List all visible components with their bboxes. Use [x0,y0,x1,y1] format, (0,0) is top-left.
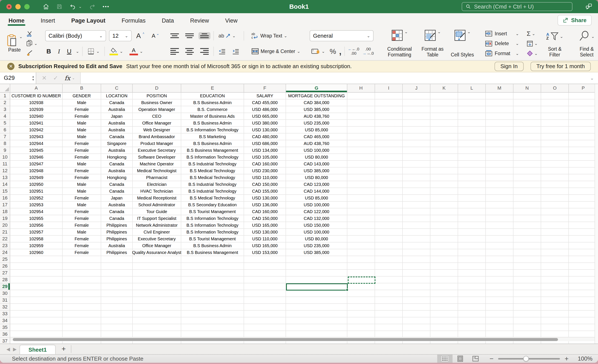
cell-J8[interactable] [403,140,430,147]
cell-H12[interactable] [347,168,375,174]
cell-F5[interactable]: USD 380,000 [244,120,286,127]
cell-B8[interactable]: Female [63,140,101,147]
cell-P9[interactable] [569,147,598,154]
cell-K33[interactable] [430,311,458,317]
cell-M8[interactable] [486,140,514,147]
cell-C9[interactable]: Australia [101,147,133,154]
cell-H30[interactable] [347,290,375,297]
cell-C11[interactable]: Canada [101,161,133,168]
cell-N34[interactable] [514,317,541,324]
cell-G15[interactable]: CAD 144,000 [286,188,347,195]
cell-K12[interactable] [430,168,458,174]
cell-K3[interactable] [430,106,458,113]
cell-J4[interactable] [403,113,430,120]
align-left-button[interactable] [169,47,181,56]
cell-I20[interactable] [375,222,403,229]
cell-M6[interactable] [486,127,514,133]
cell-A33[interactable] [10,311,63,317]
cell-N25[interactable] [514,256,541,263]
cell-F12[interactable]: USD 230,000 [244,168,286,174]
cell-O34[interactable] [541,317,569,324]
cell-M23[interactable] [486,243,514,249]
cell-F9[interactable]: USD 134,000 [244,147,286,154]
cell-L28[interactable] [458,276,486,283]
cell-J6[interactable] [403,127,430,133]
cell-P21[interactable] [569,229,598,236]
cell-E4[interactable]: Master of Business Ads [181,113,244,120]
cell-L17[interactable] [458,202,486,208]
merge-center-button[interactable]: Merge & Center⌄ [249,47,302,56]
cell-I11[interactable] [375,161,403,168]
column-header-H[interactable]: H [347,84,375,93]
underline-chevron-icon[interactable]: ⌄ [76,49,79,54]
row-header-17[interactable]: 17 [0,202,10,208]
cell-O19[interactable] [541,215,569,222]
cell-I2[interactable] [375,99,403,106]
cell-B12[interactable]: Female [63,168,101,174]
cell-C3[interactable]: Australia [101,106,133,113]
cell-B29[interactable] [63,283,101,290]
cell-G4[interactable]: AUD 438,760 [286,113,347,120]
cell-M22[interactable] [486,236,514,243]
row-header-21[interactable]: 21 [0,229,10,236]
cell-A3[interactable]: 102939 [10,106,63,113]
enter-icon[interactable]: ✓ [53,74,58,81]
cell-K27[interactable] [430,270,458,276]
cell-G1[interactable]: MORTGAGE OUTSTANDING [286,93,347,99]
cell-N31[interactable] [514,297,541,304]
cell-H13[interactable] [347,174,375,181]
cell-J25[interactable] [403,256,430,263]
cell-H20[interactable] [347,222,375,229]
cell-A7[interactable]: 102943 [10,133,63,140]
cell-K6[interactable] [430,127,458,133]
copy-button[interactable]: ⌄ [26,39,37,48]
cell-A15[interactable]: 102951 [10,188,63,195]
cell-K21[interactable] [430,229,458,236]
cell-styles-button[interactable]: ⌄ Cell Styles [448,29,477,58]
cell-D28[interactable] [133,276,181,283]
row-header-12[interactable]: 12 [0,168,10,174]
row-header-33[interactable]: 33 [0,311,10,317]
prev-sheet-icon[interactable]: ◀ [6,347,10,352]
cell-J26[interactable] [403,263,430,270]
cell-F28[interactable] [244,276,286,283]
row-header-32[interactable]: 32 [0,304,10,311]
cell-M15[interactable] [486,188,514,195]
zoom-button[interactable] [24,4,30,9]
cell-O29[interactable] [541,283,569,290]
cell-G3[interactable]: USD 385,000 [286,106,347,113]
cell-A28[interactable] [10,276,63,283]
cell-F16[interactable]: USD 130,000 [244,195,286,202]
column-header-A[interactable]: A [10,84,63,93]
cell-P25[interactable] [569,256,598,263]
cell-J18[interactable] [403,208,430,215]
cell-P8[interactable] [569,140,598,147]
home-icon[interactable] [43,3,49,10]
cell-D8[interactable]: Product Manager [133,140,181,147]
cell-E30[interactable] [181,290,244,297]
clear-button[interactable]: ⌄ [527,49,538,58]
cell-D23[interactable]: Office Manager [133,243,181,249]
insert-function-icon[interactable]: fx [65,74,70,82]
cell-C17[interactable]: Australia [101,202,133,208]
cell-B18[interactable]: Female [63,208,101,215]
cell-D15[interactable]: HVAC Technician [133,188,181,195]
share-button[interactable]: Share [557,15,592,25]
sign-in-button[interactable]: Sign In [495,62,524,71]
cell-E7[interactable]: B.S Marketing [181,133,244,140]
cell-A17[interactable]: 102953 [10,202,63,208]
cell-L9[interactable] [458,147,486,154]
percent-style-button[interactable]: % [330,47,336,56]
cell-C8[interactable]: Singapore [101,140,133,147]
cell-K20[interactable] [430,222,458,229]
cell-J11[interactable] [403,161,430,168]
tab-view[interactable]: View [224,15,238,26]
cell-P22[interactable] [569,236,598,243]
cell-G17[interactable]: USD 100,000 [286,202,347,208]
cell-H9[interactable] [347,147,375,154]
cell-N8[interactable] [514,140,541,147]
cell-I34[interactable] [375,317,403,324]
select-all-corner[interactable] [0,84,10,93]
cell-N6[interactable] [514,127,541,133]
cell-O16[interactable] [541,195,569,202]
